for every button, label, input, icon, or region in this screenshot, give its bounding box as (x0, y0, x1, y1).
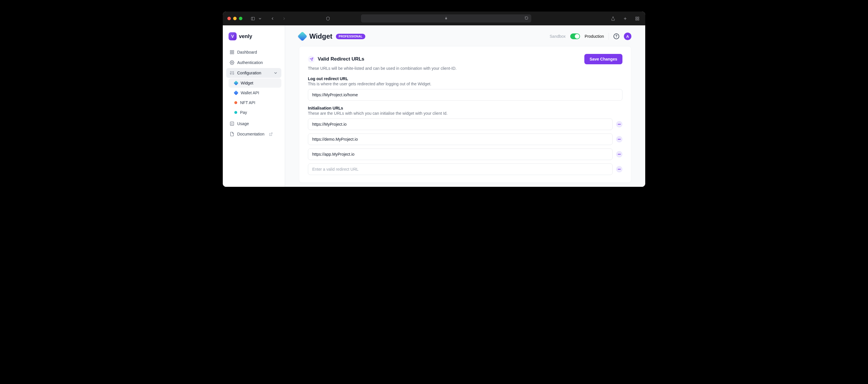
logo[interactable]: V venly (226, 32, 281, 47)
redirect-urls-card: Valid Redirect URLs Save Changes These U… (299, 46, 631, 183)
field-label: Initialisation URLs (308, 106, 622, 110)
init-url-row (308, 134, 622, 145)
sidebar-subitem-pay[interactable]: Pay (228, 108, 281, 117)
grid-icon (230, 50, 234, 55)
sidebar-item-label: Pay (240, 110, 247, 115)
widget-icon (234, 81, 239, 85)
chevron-down-icon (273, 71, 278, 75)
logout-url-section: Log out redirect URL This is where the u… (308, 76, 622, 101)
env-label-sandbox: Sandbox (550, 34, 566, 39)
forward-button[interactable] (280, 15, 287, 22)
sidebar-item-authentication[interactable]: Authentication (226, 58, 281, 67)
nft-api-icon (234, 101, 237, 104)
init-url-row (308, 164, 622, 175)
close-window-button[interactable] (227, 17, 231, 20)
reload-icon[interactable] (525, 16, 528, 21)
field-help-text: These are the URLs with which you can in… (308, 111, 622, 115)
chart-icon (230, 121, 234, 126)
page-header: Widget PROFESSIONAL Sandbox Production ?… (285, 25, 645, 46)
external-link-icon (269, 132, 273, 136)
wallet-api-icon (234, 91, 239, 96)
sidebar-item-dashboard[interactable]: Dashboard (226, 47, 281, 57)
share-icon[interactable] (610, 15, 616, 22)
field-label: Log out redirect URL (308, 76, 622, 81)
sidebar-item-label: NFT API (240, 100, 255, 105)
tier-badge: PROFESSIONAL (336, 34, 366, 39)
svg-rect-8 (636, 19, 637, 20)
sidebar-item-label: Configuration (237, 71, 261, 75)
shield-icon[interactable] (324, 15, 331, 22)
init-url-input[interactable] (308, 134, 613, 145)
field-help-text: This is where the user gets redirected a… (308, 81, 622, 86)
send-icon (308, 56, 315, 63)
svg-rect-7 (638, 17, 639, 18)
sidebar-toggle-icon[interactable] (249, 15, 256, 22)
init-url-input[interactable] (308, 118, 613, 130)
sidebar-item-label: Widget (241, 81, 253, 85)
address-bar[interactable] (361, 14, 531, 23)
env-label-production: Production (585, 34, 604, 39)
titlebar (223, 11, 645, 25)
sidebar-item-label: Dashboard (237, 50, 257, 55)
subnav: Widget Wallet API NFT API Pay (228, 78, 281, 117)
divider (609, 33, 609, 40)
avatar[interactable]: A (624, 33, 631, 40)
new-tab-icon[interactable] (622, 15, 628, 22)
logo-text: venly (239, 33, 252, 39)
pay-icon (234, 111, 237, 114)
minimize-window-button[interactable] (233, 17, 237, 20)
back-button[interactable] (269, 15, 276, 22)
sidebar-item-configuration[interactable]: Configuration (226, 68, 281, 78)
sidebar-item-label: Wallet API (241, 91, 259, 95)
page-title: Widget (309, 32, 333, 40)
sidebar-item-usage[interactable]: Usage (226, 119, 281, 129)
svg-line-28 (271, 133, 272, 134)
svg-rect-11 (232, 50, 234, 52)
svg-rect-34 (618, 169, 621, 170)
environment-toggle[interactable] (570, 33, 580, 39)
sidebar-subitem-wallet-api[interactable]: Wallet API (228, 88, 281, 98)
init-urls-section: Initialisation URLs These are the URLs w… (308, 106, 622, 175)
sidebar-subitem-widget[interactable]: Widget (228, 78, 281, 88)
remove-url-button[interactable] (616, 121, 622, 128)
lock-icon (445, 16, 447, 21)
sidebar-item-label: Usage (237, 121, 249, 126)
svg-rect-9 (638, 19, 639, 20)
card-subtitle: These URLs will be white-listed and can … (308, 66, 622, 71)
sidebar-subitem-nft-api[interactable]: NFT API (228, 98, 281, 107)
svg-rect-32 (618, 139, 621, 140)
svg-rect-0 (251, 17, 254, 20)
sidebar-item-documentation[interactable]: Documentation (226, 129, 281, 139)
init-url-input[interactable] (308, 148, 613, 160)
sidebar-item-label: Documentation (237, 132, 264, 136)
init-url-row (308, 148, 622, 160)
remove-url-button[interactable] (616, 136, 622, 142)
main-content: Widget PROFESSIONAL Sandbox Production ?… (285, 25, 645, 187)
init-url-input-new[interactable] (308, 164, 613, 175)
document-icon (230, 132, 234, 136)
svg-point-14 (231, 62, 232, 63)
widget-app-icon (298, 31, 307, 41)
gear-icon (230, 60, 234, 65)
card-title-text: Valid Redirect URLs (318, 56, 365, 62)
browser-window: V venly Dashboard Authentication (223, 11, 645, 187)
maximize-window-button[interactable] (239, 17, 242, 20)
remove-url-button[interactable] (616, 151, 622, 158)
svg-rect-31 (618, 124, 621, 125)
init-url-row (308, 118, 622, 130)
tab-overview-icon[interactable] (634, 15, 641, 22)
traffic-lights (227, 17, 242, 20)
logo-mark: V (228, 32, 237, 40)
svg-rect-2 (445, 18, 447, 19)
logout-url-input[interactable] (308, 89, 622, 101)
chevron-down-icon[interactable] (258, 15, 262, 22)
remove-url-button[interactable] (616, 166, 622, 172)
svg-rect-13 (232, 53, 234, 54)
svg-rect-33 (618, 154, 621, 154)
help-button[interactable]: ? (614, 33, 619, 39)
sidebar-item-label: Authentication (237, 60, 263, 65)
svg-rect-12 (230, 53, 232, 54)
save-changes-button[interactable]: Save Changes (584, 54, 622, 64)
svg-rect-6 (636, 17, 637, 18)
svg-rect-10 (230, 50, 232, 52)
